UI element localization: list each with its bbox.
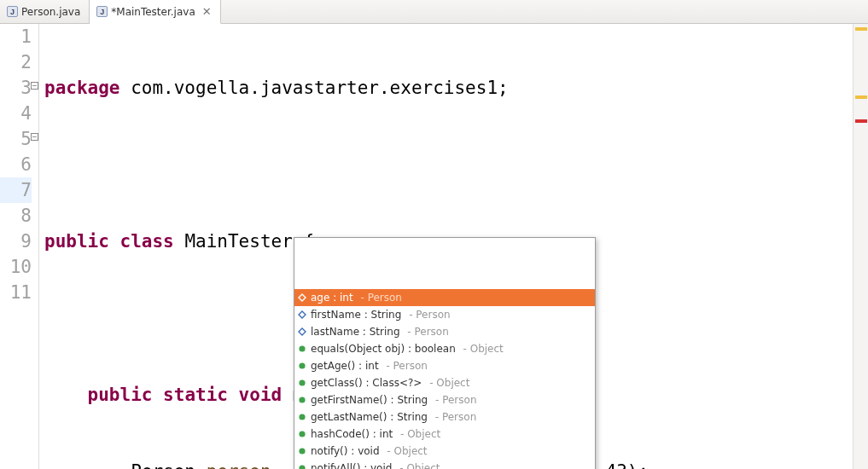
method-icon xyxy=(298,362,306,370)
overview-marker[interactable] xyxy=(855,119,867,123)
svg-marker-2 xyxy=(299,328,306,335)
editor-tab-bar: J Person.java J *MainTester.java ✕ xyxy=(0,0,868,24)
line-number: 11 xyxy=(0,280,32,305)
line-number: 9 xyxy=(0,229,32,254)
tab-label: Person.java xyxy=(21,6,80,18)
method-icon xyxy=(298,345,306,353)
proposal-origin: - Object xyxy=(460,336,504,362)
proposal-origin: - Object xyxy=(396,455,440,469)
svg-marker-1 xyxy=(299,311,306,318)
svg-point-5 xyxy=(299,379,305,385)
line-number-gutter: 1 2 3 4 5 6 7 8 9 10 11 – – xyxy=(0,24,39,469)
method-icon xyxy=(298,413,306,421)
overview-ruler[interactable] xyxy=(853,24,868,469)
method-icon xyxy=(298,447,306,455)
svg-point-4 xyxy=(299,362,305,368)
method-icon xyxy=(298,396,306,404)
method-icon xyxy=(298,379,306,387)
svg-marker-0 xyxy=(299,294,306,301)
code-line[interactable]: package com.vogella.javastarter.exercise… xyxy=(39,75,868,101)
code-area[interactable]: package com.vogella.javastarter.exercise… xyxy=(39,24,868,469)
svg-point-6 xyxy=(299,397,305,402)
field-icon xyxy=(298,310,306,319)
overview-marker[interactable] xyxy=(855,27,867,31)
svg-point-10 xyxy=(299,465,305,469)
line-number: 1 xyxy=(0,24,32,49)
svg-point-8 xyxy=(299,431,305,437)
method-icon xyxy=(298,464,306,469)
overview-marker[interactable] xyxy=(855,96,867,99)
tab-label: *MainTester.java xyxy=(111,6,195,18)
svg-point-9 xyxy=(299,448,305,454)
svg-point-7 xyxy=(299,414,305,420)
proposal-signature: notifyAll() : void xyxy=(311,455,392,469)
line-number: 5 xyxy=(0,126,32,152)
svg-point-3 xyxy=(299,345,305,351)
line-number: 3 xyxy=(0,75,32,101)
field-icon xyxy=(298,293,306,302)
field-icon xyxy=(298,327,306,336)
content-assist-popup[interactable]: age : int - PersonfirstName : String - P… xyxy=(294,237,596,469)
line-number: 4 xyxy=(0,101,32,126)
fold-toggle-icon[interactable]: – xyxy=(31,133,38,141)
fold-toggle-icon[interactable]: – xyxy=(31,82,38,90)
line-number: 7 xyxy=(0,177,32,203)
proposal-list[interactable]: age : int - PersonfirstName : String - P… xyxy=(294,289,595,469)
proposal-item[interactable]: notifyAll() : void - Object xyxy=(294,460,595,469)
close-icon[interactable]: ✕ xyxy=(199,5,212,18)
tab-maintester-java[interactable]: J *MainTester.java ✕ xyxy=(90,0,220,24)
line-number: 2 xyxy=(0,49,32,75)
code-editor[interactable]: 1 2 3 4 5 6 7 8 9 10 11 – – package com.… xyxy=(0,24,868,469)
line-number: 10 xyxy=(0,254,32,280)
java-file-icon: J xyxy=(7,6,18,17)
line-number: 8 xyxy=(0,203,32,229)
code-line[interactable] xyxy=(39,152,868,177)
java-file-icon: J xyxy=(96,6,108,17)
method-icon xyxy=(298,430,306,438)
tab-person-java[interactable]: J Person.java xyxy=(0,0,90,23)
line-number: 6 xyxy=(0,152,32,177)
